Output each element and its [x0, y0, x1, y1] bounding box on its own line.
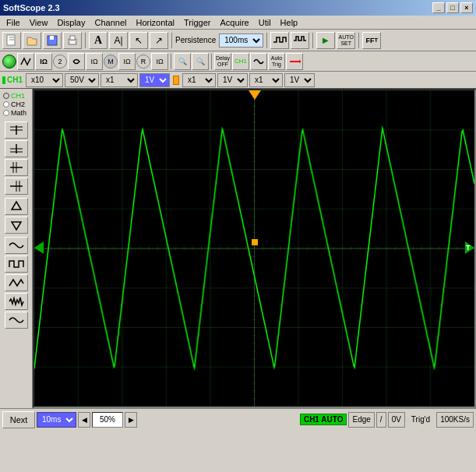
persistence-label: Persistence: [175, 36, 216, 44]
delay-off-btn[interactable]: DelayOFF: [214, 53, 231, 70]
menu-bar: File View Display Channel Horizontal Tri…: [0, 16, 476, 30]
tb-fft-button[interactable]: FFT: [362, 32, 381, 49]
tb-play-button[interactable]: ▶: [316, 32, 335, 49]
menu-horizontal[interactable]: Horizontal: [131, 17, 179, 28]
toolbar2-sep-1: [171, 54, 171, 69]
ch1-auto-status: CH1 AUTO: [300, 414, 347, 425]
measure-btn-3[interactable]: 2: [53, 55, 67, 69]
svg-marker-23: [12, 222, 21, 230]
ch1-signal-btn[interactable]: [250, 53, 267, 70]
close-button[interactable]: ×: [460, 2, 473, 13]
svg-rect-29: [252, 239, 258, 245]
square-btn[interactable]: [5, 255, 28, 273]
persistence-select[interactable]: 100ms 200ms 500ms ∞: [219, 33, 263, 48]
ch1-volt-select[interactable]: 50V10V5V1V: [65, 73, 99, 87]
scroll-down-btn[interactable]: [5, 217, 28, 234]
ch1-ref-select[interactable]: 1V2V5V: [139, 73, 170, 87]
svg-marker-28: [249, 90, 261, 100]
next-button[interactable]: Next: [2, 411, 35, 428]
ch2-probe-select[interactable]: x1x10: [249, 73, 283, 87]
ch2-radio[interactable]: CH2: [3, 100, 29, 108]
scroll-up-btn[interactable]: [5, 198, 28, 215]
tb-print-button[interactable]: [63, 32, 82, 49]
svg-text:T: T: [466, 244, 471, 252]
ch2-volt-select[interactable]: 1V2V5V: [217, 73, 248, 87]
tb-open-button[interactable]: [23, 32, 41, 49]
channel-controls-row: CH1 x10x1x100 50V10V5V1V x1x10x100 1V2V5…: [0, 72, 476, 89]
measure-btn-1[interactable]: [17, 53, 34, 70]
menu-trigger[interactable]: Trigger: [179, 17, 215, 28]
trigger-position-marker: [249, 90, 261, 101]
menu-view[interactable]: View: [25, 17, 53, 28]
measure-btn-6[interactable]: M: [104, 55, 118, 69]
tb-text-button[interactable]: A: [89, 32, 108, 49]
measure-btn-9[interactable]: IΩ: [151, 53, 168, 70]
cursor-h1-btn[interactable]: [5, 159, 28, 176]
timebase-select[interactable]: 10ms 5ms 20ms 50ms: [37, 412, 76, 428]
measure-btn-5[interactable]: IΩ: [86, 53, 103, 70]
toolbar-sep-5: [358, 33, 359, 48]
trigger-marker: [173, 76, 179, 85]
math-radio[interactable]: Math: [3, 109, 29, 117]
scroll-left-btn[interactable]: ◀: [78, 412, 90, 428]
channel-radio-group: CH1 CH2 Math: [2, 92, 30, 117]
cursor-h2-btn[interactable]: [5, 178, 28, 195]
zoom-out-btn[interactable]: 🔍: [174, 53, 191, 70]
ch1-zero-marker-right: T: [465, 241, 474, 255]
menu-acquire[interactable]: Acquire: [215, 17, 253, 28]
trig-level-btn[interactable]: [286, 53, 303, 70]
tb-pulse2-button[interactable]: [291, 32, 309, 49]
measure-btn-4[interactable]: [68, 53, 85, 70]
single-cycle-btn[interactable]: [5, 312, 28, 329]
cursor-v1-btn[interactable]: [5, 122, 28, 139]
maximize-button[interactable]: □: [446, 2, 459, 13]
cursor-v2-btn[interactable]: [5, 140, 28, 157]
measure-btn-2[interactable]: IΩ: [35, 53, 52, 70]
tb-save-button[interactable]: [43, 32, 62, 49]
title-bar: SoftScope 2.3 _ □ ×: [0, 0, 476, 16]
menu-help[interactable]: Help: [276, 17, 303, 28]
measure-btn-7[interactable]: IΩ: [118, 53, 136, 70]
ch2-ref-select[interactable]: 1V2V: [284, 73, 315, 87]
ch2-mult-select[interactable]: x1x10: [182, 73, 216, 87]
toolbar2-sep-2: [211, 54, 212, 69]
main-toolbar: A A| ↖ ↗ Persistence 100ms 200ms 500ms ∞…: [0, 30, 476, 51]
scope-display: T: [33, 89, 476, 408]
trigger-level-marker: [252, 238, 258, 247]
svg-rect-7: [70, 41, 75, 44]
tb-arrow-button[interactable]: ↖: [129, 32, 148, 49]
zoom-in-btn[interactable]: 🔍: [192, 53, 209, 70]
tb-pointer-button[interactable]: ↗: [150, 32, 168, 49]
auto-trig-btn[interactable]: AutoTrig: [268, 53, 285, 70]
svg-rect-6: [70, 36, 75, 40]
toolbar-sep-3: [266, 33, 267, 48]
sine-btn[interactable]: [5, 237, 28, 254]
ch1-zero-marker-left: [34, 241, 44, 255]
ch1-mult-select[interactable]: x10x1x100: [26, 73, 63, 87]
scroll-right-btn[interactable]: ▶: [125, 412, 137, 428]
ch1-color-indicator: [2, 76, 5, 84]
triangle-btn[interactable]: [5, 274, 28, 291]
menu-file[interactable]: File: [2, 17, 25, 28]
ch1-select-btn[interactable]: CH1: [232, 53, 249, 70]
edge-label: Edge: [348, 412, 374, 428]
noise-btn[interactable]: [5, 293, 28, 310]
trigger-voltage: 0V: [388, 412, 405, 428]
menu-channel[interactable]: Channel: [90, 17, 131, 28]
sample-rate-display: 100KS/s: [436, 412, 474, 428]
tb-pulse-button[interactable]: [270, 32, 289, 49]
tb-autoset-button[interactable]: AUTO SET: [337, 32, 355, 49]
run-indicator: [2, 55, 16, 69]
trig-status: Trig'd: [407, 415, 435, 424]
tb-cursor1-button[interactable]: A|: [109, 32, 128, 49]
tb-new-button[interactable]: [2, 32, 21, 49]
minimize-button[interactable]: _: [432, 2, 445, 13]
waveform-canvas: [34, 90, 474, 407]
ch1-radio[interactable]: CH1: [3, 92, 29, 100]
menu-util[interactable]: Util: [254, 17, 276, 28]
status-bar: Next 10ms 5ms 20ms 50ms ◀ 50% ▶ CH1 AUTO…: [0, 408, 476, 430]
menu-display[interactable]: Display: [52, 17, 90, 28]
ch1-radio-label: CH1: [11, 92, 25, 100]
ch1-probe-select[interactable]: x1x10x100: [100, 73, 138, 87]
measure-btn-8[interactable]: R: [136, 55, 150, 69]
